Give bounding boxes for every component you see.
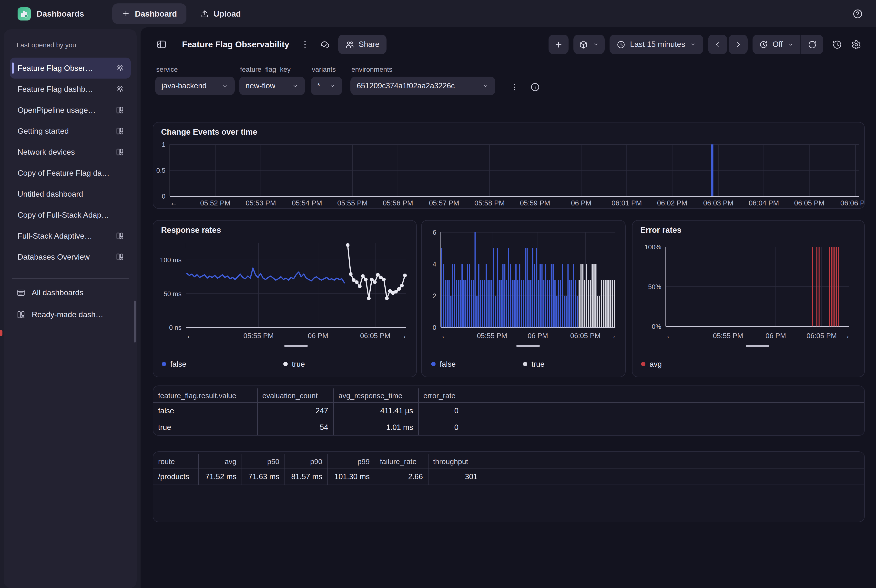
- info-icon: [530, 82, 540, 92]
- pan-right-arrow[interactable]: →: [399, 331, 407, 340]
- eval-bar-false: [445, 280, 446, 327]
- data-point[interactable]: [388, 289, 392, 293]
- legend-item-avg[interactable]: avg: [641, 360, 662, 368]
- chevron-down-icon: [482, 82, 489, 89]
- sidebar-recent-list: Feature Flag Obser…Feature Flag dashb…Op…: [4, 58, 136, 267]
- data-point[interactable]: [403, 273, 407, 277]
- legend-item-true[interactable]: true: [523, 360, 544, 368]
- filters-menu-button[interactable]: [506, 78, 523, 96]
- refresh-control-group: Off: [753, 34, 823, 54]
- filter-select-variants[interactable]: *: [311, 76, 342, 95]
- data-point[interactable]: [397, 287, 400, 291]
- column-header-error_rate: error_rate: [418, 388, 464, 402]
- cell-error_rate: 0: [418, 402, 464, 419]
- pan-left-arrow[interactable]: ←: [186, 331, 194, 340]
- sidebar-item-3[interactable]: Getting started: [10, 120, 131, 141]
- legend-item-false[interactable]: false: [162, 360, 186, 368]
- sidebar-item-4[interactable]: Network devices: [10, 141, 131, 162]
- filter-value: 651209c374a1f02aa2a3226c: [357, 81, 455, 90]
- feature-flag-results-table: feature_flag.result.valueevaluation_coun…: [153, 388, 864, 436]
- dashboard-menu-button[interactable]: [296, 36, 314, 53]
- pan-left-arrow[interactable]: ←: [666, 331, 674, 340]
- add-panel-button[interactable]: [549, 34, 568, 54]
- time-range-selector[interactable]: Last 15 minutes: [609, 34, 703, 54]
- panel-error-rates: Error rates 05:55 PM06 PM06:05 PM←→100%5…: [632, 220, 865, 377]
- sidebar-footer-item-1[interactable]: Ready-made dash…: [10, 303, 131, 326]
- legend-item-true[interactable]: true: [283, 360, 305, 368]
- tab-new-dashboard[interactable]: Dashboard: [112, 3, 186, 24]
- data-point[interactable]: [346, 243, 350, 247]
- data-point[interactable]: [400, 284, 404, 287]
- pan-left-arrow[interactable]: ←: [170, 198, 178, 207]
- sync-status-button[interactable]: [316, 36, 333, 53]
- time-zoom-handle[interactable]: [516, 345, 540, 347]
- change-events-chart: 05:52 PM05:53 PM05:54 PM05:55 PM05:56 PM…: [153, 123, 864, 208]
- sidebar-item-6[interactable]: Untitled dashboard: [10, 183, 131, 204]
- data-point[interactable]: [370, 278, 374, 281]
- data-point[interactable]: [373, 280, 376, 284]
- sidebar-item-7[interactable]: Copy of Full-Stack Adap…: [10, 204, 131, 225]
- pan-left-arrow[interactable]: ←: [441, 331, 448, 340]
- eval-bar-false: [567, 264, 568, 327]
- eval-bar-false: [480, 280, 481, 327]
- history-button[interactable]: [828, 36, 846, 53]
- legend-item-false[interactable]: false: [431, 360, 456, 368]
- eval-bar-true: [599, 296, 600, 327]
- pan-right-arrow[interactable]: →: [609, 331, 616, 340]
- column-header-feature_flag.result.value: feature_flag.result.value: [153, 388, 257, 402]
- eval-bar-false: [506, 280, 507, 327]
- sidebar-footer-item-0[interactable]: All dashboards: [10, 282, 131, 303]
- data-point[interactable]: [376, 273, 380, 276]
- data-point[interactable]: [385, 297, 389, 300]
- data-point[interactable]: [358, 285, 362, 288]
- sidebar-item-2[interactable]: OpenPipeline usage…: [10, 99, 131, 120]
- sidebar-item-1[interactable]: Feature Flag dashb…: [10, 79, 131, 99]
- sidebar-item-label: Copy of Full-Stack Adap…: [18, 210, 124, 219]
- eval-bar-false: [510, 264, 511, 327]
- help-button[interactable]: [852, 8, 863, 19]
- collapse-sidebar-button[interactable]: [153, 36, 170, 53]
- eval-bar-true: [582, 264, 584, 327]
- change-event-bar[interactable]: [711, 144, 713, 196]
- data-point[interactable]: [355, 280, 358, 284]
- pan-right-arrow[interactable]: →: [852, 198, 860, 207]
- data-point[interactable]: [361, 274, 364, 278]
- pan-right-arrow[interactable]: →: [842, 331, 850, 340]
- eval-bar-false: [566, 296, 567, 327]
- refresh-now-button[interactable]: [801, 34, 823, 54]
- data-point[interactable]: [367, 297, 370, 300]
- time-shift-back-button[interactable]: [708, 34, 727, 54]
- sidebar-scrollbar[interactable]: [134, 301, 136, 342]
- data-point[interactable]: [379, 276, 382, 279]
- filter-select-service[interactable]: java-backend: [155, 76, 235, 95]
- share-button[interactable]: Share: [338, 34, 386, 54]
- eval-bar-false: [528, 280, 530, 327]
- column-header-p90: p90: [285, 454, 327, 468]
- data-point[interactable]: [364, 278, 368, 281]
- data-point[interactable]: [352, 278, 356, 282]
- dashboard-icon: [116, 106, 124, 114]
- upload-button[interactable]: Upload: [194, 3, 247, 24]
- time-zoom-handle[interactable]: [284, 345, 308, 347]
- history-icon: [832, 39, 842, 50]
- filter-group-variants: variants*: [311, 65, 342, 95]
- filter-select-environments[interactable]: 651209c374a1f02aa2a3226c: [350, 76, 495, 95]
- data-point[interactable]: [382, 278, 386, 281]
- y-axis-tick: 0.5: [156, 167, 165, 174]
- filter-select-feature_flag_key[interactable]: new-flow: [239, 76, 305, 95]
- sidebar-item-5[interactable]: Copy of Feature Flag da…: [10, 162, 131, 183]
- variables-dropdown[interactable]: [573, 34, 604, 54]
- settings-button[interactable]: [847, 36, 865, 53]
- sidebar-item-8[interactable]: Full-Stack Adaptive…: [10, 225, 131, 246]
- time-shift-forward-button[interactable]: [729, 34, 748, 54]
- eval-bar-false: [532, 248, 533, 327]
- auto-refresh-selector[interactable]: Off: [753, 34, 800, 54]
- sidebar: Last opened by you Feature Flag Obser…Fe…: [4, 29, 136, 588]
- sidebar-item-9[interactable]: Databases Overview: [10, 246, 131, 267]
- data-point[interactable]: [349, 272, 352, 276]
- eval-bar-false: [486, 264, 487, 327]
- filters-info-button[interactable]: [526, 78, 544, 96]
- time-zoom-handle[interactable]: [746, 345, 769, 347]
- data-point[interactable]: [394, 290, 398, 294]
- sidebar-item-0[interactable]: Feature Flag Obser…: [10, 58, 131, 79]
